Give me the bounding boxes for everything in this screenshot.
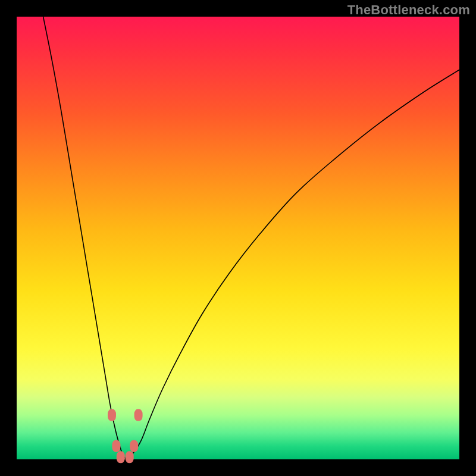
curve-marker [126, 451, 134, 463]
bottleneck-curve [43, 17, 459, 459]
curve-marker [134, 409, 143, 421]
curve-marker [130, 440, 138, 452]
curve-markers [108, 409, 143, 464]
curve-marker [117, 451, 125, 463]
curve-svg [17, 17, 459, 459]
chart-frame: TheBottleneck.com [0, 0, 476, 476]
watermark-text: TheBottleneck.com [347, 2, 470, 18]
curve-marker [112, 440, 120, 452]
plot-area [17, 17, 459, 459]
curve-marker [108, 409, 116, 421]
